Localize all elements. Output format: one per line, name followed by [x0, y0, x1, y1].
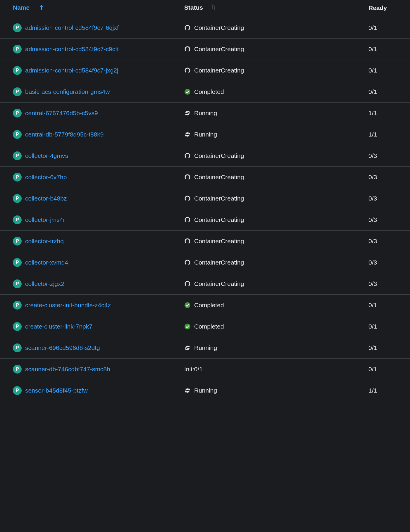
- pod-badge-icon: P: [13, 343, 22, 352]
- pod-link[interactable]: collector-jms4r: [25, 216, 65, 223]
- pod-badge-icon: P: [13, 279, 22, 288]
- status-cell: Completed: [184, 81, 368, 102]
- svg-point-8: [184, 195, 191, 202]
- pod-link[interactable]: admission-control-cd584f9c7-6qjxf: [25, 24, 119, 31]
- check-icon: [184, 323, 191, 330]
- spinner-icon: [184, 281, 191, 287]
- ready-cell: 1/1: [368, 124, 410, 145]
- table-row: Pcentral-db-5779f8d95c-t88k9Running1/1: [0, 124, 410, 145]
- pods-table: Name Status Ready: [0, 0, 410, 401]
- status-cell: ContainerCreating: [184, 273, 368, 294]
- svg-point-5: [185, 89, 190, 95]
- table-row: Pcollector-6v7hbContainerCreating0/3: [0, 166, 410, 188]
- pod-link[interactable]: scanner-db-746cdbf747-smc8h: [25, 366, 110, 372]
- status-text: ContainerCreating: [194, 152, 244, 159]
- status-text: Init:0/1: [184, 366, 203, 373]
- check-icon: [184, 89, 191, 95]
- pod-link[interactable]: admission-control-cd584f9c7-c9cft: [25, 46, 119, 52]
- status-cell: Running: [184, 380, 368, 401]
- status-text: ContainerCreating: [194, 280, 244, 287]
- name-cell: Pscanner-db-746cdbf747-smc8h: [0, 358, 184, 380]
- pod-link[interactable]: create-cluster-link-7npk7: [25, 323, 92, 330]
- spinner-icon: [184, 174, 191, 180]
- status-text: ContainerCreating: [194, 174, 244, 181]
- name-cell: Pbasic-acs-configuration-gms4w: [0, 81, 184, 102]
- name-cell: Padmission-control-cd584f9c7-6qjxf: [0, 17, 184, 38]
- pod-badge-icon: P: [13, 173, 22, 182]
- table-header-row: Name Status Ready: [0, 0, 410, 17]
- status-text: ContainerCreating: [194, 24, 244, 31]
- sync-icon: [184, 131, 191, 138]
- ready-cell: 0/3: [368, 188, 410, 209]
- pod-link[interactable]: basic-acs-configuration-gms4w: [25, 88, 110, 95]
- status-cell: ContainerCreating: [184, 145, 368, 166]
- status-text: Running: [194, 387, 217, 394]
- table-row: Pcollector-4gmvsContainerCreating0/3: [0, 145, 410, 166]
- pod-badge-icon: P: [13, 301, 22, 310]
- pod-link[interactable]: sensor-b45d8f45-ptzfw: [25, 387, 88, 394]
- pod-link[interactable]: create-cluster-init-bundle-z4c4z: [25, 302, 111, 308]
- pod-link[interactable]: central-db-5779f8d95c-t88k9: [25, 131, 104, 138]
- table-row: Pbasic-acs-configuration-gms4wCompleted0…: [0, 81, 410, 102]
- status-text: Running: [194, 344, 217, 351]
- ready-cell: 0/1: [368, 38, 410, 60]
- column-header-status[interactable]: Status: [184, 0, 368, 17]
- svg-point-13: [185, 302, 190, 308]
- status-text: ContainerCreating: [194, 259, 244, 266]
- pod-link[interactable]: collector-4gmvs: [25, 152, 68, 159]
- svg-point-3: [184, 46, 191, 52]
- pod-link[interactable]: collector-b48bz: [25, 195, 67, 202]
- svg-point-12: [184, 281, 191, 287]
- table-row: Padmission-control-cd584f9c7-6qjxfContai…: [0, 17, 410, 38]
- table-row: Pcentral-6767476d5b-c5vs9Running1/1: [0, 102, 410, 124]
- table-row: Psensor-b45d8f45-ptzfwRunning1/1: [0, 380, 410, 401]
- spinner-icon: [184, 25, 191, 31]
- pod-link[interactable]: collector-xvmq4: [25, 259, 68, 266]
- name-cell: Pcollector-4gmvs: [0, 145, 184, 166]
- ready-cell: 1/1: [368, 102, 410, 124]
- status-text: ContainerCreating: [194, 46, 244, 53]
- pod-link[interactable]: collector-6v7hb: [25, 174, 67, 180]
- pod-link[interactable]: collector-trzhq: [25, 238, 64, 244]
- column-header-ready-label: Ready: [368, 4, 387, 11]
- ready-cell: 0/1: [368, 60, 410, 81]
- svg-point-14: [185, 324, 190, 329]
- table-row: Pcollector-b48bzContainerCreating0/3: [0, 188, 410, 209]
- sort-neutral-icon: [211, 4, 216, 12]
- svg-point-9: [184, 217, 191, 223]
- pod-link[interactable]: scanner-696cd596d8-s2dtg: [25, 344, 100, 351]
- status-cell: ContainerCreating: [184, 230, 368, 252]
- status-cell: ContainerCreating: [184, 38, 368, 60]
- ready-cell: 0/1: [368, 17, 410, 38]
- name-cell: Pcollector-b48bz: [0, 188, 184, 209]
- name-cell: Pcollector-trzhq: [0, 230, 184, 252]
- name-cell: Padmission-control-cd584f9c7-jxg2j: [0, 60, 184, 81]
- status-text: Running: [194, 110, 217, 117]
- pod-link[interactable]: admission-control-cd584f9c7-jxg2j: [25, 67, 118, 74]
- status-text: Running: [194, 131, 217, 138]
- column-header-ready[interactable]: Ready: [368, 0, 410, 17]
- ready-cell: 0/3: [368, 166, 410, 188]
- column-header-name[interactable]: Name: [0, 0, 184, 17]
- spinner-icon: [184, 46, 191, 52]
- pod-badge-icon: P: [13, 365, 22, 374]
- ready-cell: 0/3: [368, 273, 410, 294]
- sort-ascending-icon: [39, 5, 44, 12]
- status-cell: ContainerCreating: [184, 60, 368, 81]
- ready-cell: 0/1: [368, 337, 410, 358]
- ready-cell: 0/1: [368, 316, 410, 337]
- pod-link[interactable]: collector-zjgx2: [25, 280, 64, 287]
- name-cell: Pcollector-6v7hb: [0, 166, 184, 188]
- pod-badge-icon: P: [13, 258, 22, 267]
- column-header-status-label: Status: [184, 4, 203, 11]
- ready-cell: 0/3: [368, 252, 410, 273]
- pod-badge-icon: P: [13, 215, 22, 224]
- name-cell: Pcollector-xvmq4: [0, 252, 184, 273]
- spinner-icon: [184, 217, 191, 223]
- table-row: Pcreate-cluster-link-7npk7Completed0/1: [0, 316, 410, 337]
- sync-icon: [184, 387, 191, 394]
- spinner-icon: [184, 259, 191, 266]
- pod-link[interactable]: central-6767476d5b-c5vs9: [25, 110, 98, 116]
- status-text: Completed: [194, 88, 224, 95]
- pod-badge-icon: P: [13, 109, 22, 118]
